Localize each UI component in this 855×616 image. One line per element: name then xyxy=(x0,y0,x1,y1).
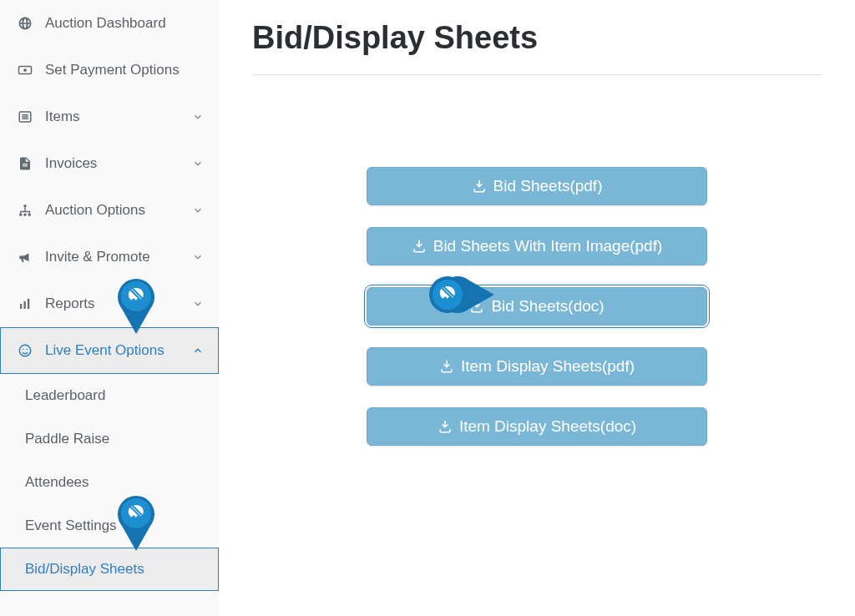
globe-icon xyxy=(15,16,35,31)
chevron-down-icon xyxy=(192,251,204,263)
sidebar-item-invite-promote[interactable]: Invite & Promote xyxy=(0,234,219,280)
svg-rect-11 xyxy=(28,214,31,216)
button-label: Bid Sheets(pdf) xyxy=(493,177,603,195)
sidebar: Auction Dashboard Set Payment Options It… xyxy=(0,0,219,616)
sidebar-item-set-payment-options[interactable]: Set Payment Options xyxy=(0,47,219,93)
sidebar-item-auction-options[interactable]: Auction Options xyxy=(0,187,219,234)
svg-rect-13 xyxy=(24,301,26,309)
subnav-item-paddle-raise[interactable]: Paddle Raise xyxy=(0,417,219,461)
subnav-item-leaderboard[interactable]: Leaderboard xyxy=(0,374,219,417)
svg-rect-9 xyxy=(19,214,22,216)
list-icon xyxy=(15,109,35,124)
sidebar-item-label: Invite & Promote xyxy=(45,249,192,265)
sidebar-item-label: Items xyxy=(45,109,192,125)
sidebar-item-reports[interactable]: Reports xyxy=(0,280,219,327)
bullhorn-icon xyxy=(15,250,35,265)
download-bid-sheets-doc[interactable]: Bid Sheets(doc) xyxy=(367,287,707,326)
button-label: Item Display Sheets(pdf) xyxy=(461,357,635,376)
subnav-item-attendees[interactable]: Attendees xyxy=(0,461,219,504)
pointer-marker-icon xyxy=(115,492,157,553)
pointer-marker-icon xyxy=(115,275,157,336)
sidebar-item-auction-dashboard[interactable]: Auction Dashboard xyxy=(0,0,219,47)
download-buttons: Bid Sheets(pdf) Bid Sheets With Item Ima… xyxy=(252,167,822,446)
svg-rect-12 xyxy=(20,304,22,309)
button-label: Bid Sheets With Item Image(pdf) xyxy=(433,237,663,255)
svg-rect-10 xyxy=(24,214,27,216)
chevron-up-icon xyxy=(192,345,204,356)
download-icon xyxy=(439,359,454,374)
svg-point-15 xyxy=(19,345,31,356)
download-icon xyxy=(412,239,427,254)
sidebar-item-label: Auction Dashboard xyxy=(45,15,204,32)
svg-rect-6 xyxy=(23,164,28,164)
download-item-display-sheets-doc[interactable]: Item Display Sheets(doc) xyxy=(367,407,707,446)
sidebar-item-label: Set Payment Options xyxy=(45,62,204,78)
sidebar-item-invoices[interactable]: Invoices xyxy=(0,140,219,187)
sitemap-icon xyxy=(15,203,35,218)
download-icon xyxy=(438,419,453,434)
chevron-down-icon xyxy=(192,204,204,216)
sidebar-item-label: Live Event Options xyxy=(45,342,192,359)
sidebar-item-label: Invoices xyxy=(45,155,192,172)
sidebar-item-label: Auction Options xyxy=(45,202,192,219)
subnav-item-event-settings[interactable]: Event Settings xyxy=(0,504,219,548)
file-icon xyxy=(15,156,35,171)
money-icon xyxy=(15,63,35,78)
sidebar-item-live-event-options[interactable]: Live Event Options xyxy=(0,327,219,374)
svg-rect-14 xyxy=(28,299,29,309)
svg-rect-7 xyxy=(23,165,28,166)
svg-point-1 xyxy=(23,68,27,72)
subnav-item-bid-display-sheets[interactable]: Bid/Display Sheets xyxy=(0,548,219,591)
pointer-marker-icon xyxy=(422,274,496,316)
download-bid-sheets-image-pdf[interactable]: Bid Sheets With Item Image(pdf) xyxy=(367,227,707,265)
button-label: Bid Sheets(doc) xyxy=(491,297,604,316)
download-icon xyxy=(472,179,487,194)
download-bid-sheets-pdf[interactable]: Bid Sheets(pdf) xyxy=(367,167,707,205)
page-title: Bid/Display Sheets xyxy=(252,20,822,75)
smile-icon xyxy=(15,343,35,358)
download-item-display-sheets-pdf[interactable]: Item Display Sheets(pdf) xyxy=(367,347,707,386)
chevron-down-icon xyxy=(192,298,204,310)
button-label: Item Display Sheets(doc) xyxy=(459,417,636,436)
main-content: Bid/Display Sheets Bid Sheets(pdf) Bid S… xyxy=(219,0,855,616)
svg-point-16 xyxy=(23,349,24,351)
bar-chart-icon xyxy=(15,296,35,311)
sidebar-item-items[interactable]: Items xyxy=(0,93,219,140)
svg-point-17 xyxy=(27,349,28,351)
svg-rect-8 xyxy=(24,204,27,207)
chevron-down-icon xyxy=(192,158,204,169)
chevron-down-icon xyxy=(192,111,204,123)
sidebar-subnav: Leaderboard Paddle Raise Attendees Event… xyxy=(0,374,219,591)
